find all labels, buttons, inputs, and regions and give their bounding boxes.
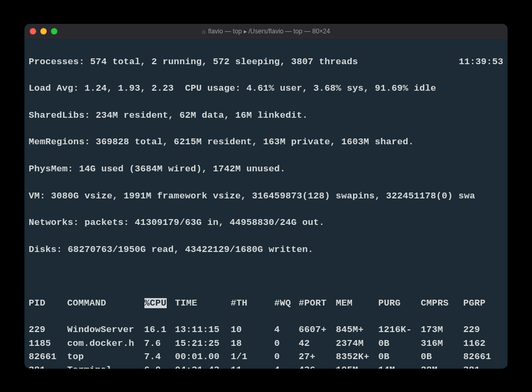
close-button[interactable] xyxy=(30,28,36,34)
cell-port: 27+ xyxy=(299,350,336,363)
cell-cpu: 7.6 xyxy=(144,337,175,350)
col-cpu: %CPU xyxy=(144,297,175,310)
cell-pgrp: 82661 xyxy=(464,350,504,363)
cell-pid: 1185 xyxy=(29,337,67,350)
zoom-button[interactable] xyxy=(51,28,57,34)
cell-wq: 0 xyxy=(274,337,299,350)
cell-cmd: top xyxy=(67,350,144,363)
cell-th: 1/1 xyxy=(231,350,274,363)
summary-processes: Processes: 574 total, 2 running, 572 sle… xyxy=(29,55,358,68)
cell-purg: 1216K- xyxy=(379,323,421,336)
col-th: #TH xyxy=(231,297,274,310)
col-time: TIME xyxy=(175,297,231,310)
cell-pid: 82661 xyxy=(29,350,67,363)
summary-load: Load Avg: 1.24, 1.93, 2.23 CPU usage: 4.… xyxy=(29,82,503,95)
cell-th: 11 xyxy=(231,363,274,368)
col-mem: MEM xyxy=(336,297,379,310)
blank-line xyxy=(29,269,503,283)
cell-time: 00:01.00 xyxy=(175,350,231,363)
col-pgrp: PGRP xyxy=(464,297,504,310)
col-command: COMMAND xyxy=(67,297,144,310)
col-wq: #WQ xyxy=(274,297,299,310)
terminal-window: ⌂ flavio — top ▸ /Users/flavio — top — 8… xyxy=(24,24,508,369)
col-purg: PURG xyxy=(379,297,421,310)
cell-cmprs: 28M- xyxy=(421,363,464,368)
cell-wq: 0 xyxy=(274,350,299,363)
home-icon: ⌂ xyxy=(202,28,205,34)
cell-cpu: 7.4 xyxy=(144,350,175,363)
cell-cmd: WindowServer xyxy=(67,323,144,336)
cell-port: 436 xyxy=(299,363,336,368)
window-title-text: flavio — top ▸ /Users/flavio — top — 80×… xyxy=(208,28,330,35)
cell-purg: 0B xyxy=(379,337,421,350)
summary-physmem: PhysMem: 14G used (3684M wired), 1742M u… xyxy=(29,162,503,176)
cell-mem: 845M+ xyxy=(336,323,379,336)
summary-disks: Disks: 68270763/1950G read, 43422129/168… xyxy=(29,243,503,256)
summary-vm: VM: 3080G vsize, 1991M framework vsize, … xyxy=(29,189,503,203)
traffic-lights xyxy=(30,28,57,34)
minimize-button[interactable] xyxy=(40,28,47,34)
titlebar: ⌂ flavio — top ▸ /Users/flavio — top — 8… xyxy=(24,24,508,39)
cell-port: 42 xyxy=(299,337,336,350)
table-row: 82661top7.400:01.001/1027+8352K+0B0B8266… xyxy=(29,350,503,363)
cell-mem: 105M xyxy=(336,363,379,368)
cell-th: 18 xyxy=(231,337,274,350)
cell-port: 6607+ xyxy=(299,323,336,336)
summary-sharedlibs: SharedLibs: 234M resident, 62M data, 16M… xyxy=(29,109,503,122)
sort-indicator: %CPU xyxy=(144,298,167,308)
window-title: ⌂ flavio — top ▸ /Users/flavio — top — 8… xyxy=(24,28,508,35)
clock: 11:39:53 xyxy=(459,55,503,68)
cell-pgrp: 381 xyxy=(464,363,504,368)
process-list: 229WindowServer16.113:11:151046607+845M+… xyxy=(29,323,503,368)
cell-cmprs: 173M xyxy=(421,323,464,336)
cell-purg: 14M xyxy=(379,363,421,368)
col-port: #PORT xyxy=(299,297,336,310)
table-header: PIDCOMMAND%CPUTIME#TH#WQ#PORTMEMPURGCMPR… xyxy=(29,297,503,310)
cell-pgrp: 229 xyxy=(464,323,504,336)
summary-memregions: MemRegions: 369828 total, 6215M resident… xyxy=(29,135,503,149)
terminal-output[interactable]: Processes: 574 total, 2 running, 572 sle… xyxy=(24,39,508,369)
cell-pid: 229 xyxy=(29,323,67,336)
cell-cpu: 6.0 xyxy=(144,363,175,368)
cell-cpu: 16.1 xyxy=(144,323,175,336)
cell-time: 13:11:15 xyxy=(175,323,231,336)
cell-cmd: Terminal xyxy=(67,363,144,368)
cell-cmprs: 0B xyxy=(421,350,464,363)
cell-pgrp: 1162 xyxy=(464,337,504,350)
cell-purg: 0B xyxy=(379,350,421,363)
summary-networks: Networks: packets: 41309179/63G in, 4495… xyxy=(29,216,503,229)
table-row: 381Terminal6.004:31.43114436105M14M28M-3… xyxy=(29,363,503,368)
cell-th: 10 xyxy=(231,323,274,336)
table-row: 1185com.docker.h7.615:21:25180422374M0B3… xyxy=(29,337,503,350)
cell-cmprs: 316M xyxy=(421,337,464,350)
cell-mem: 8352K+ xyxy=(336,350,379,363)
cell-time: 15:21:25 xyxy=(175,337,231,350)
cell-wq: 4 xyxy=(274,323,299,336)
cell-time: 04:31.43 xyxy=(175,363,231,368)
cell-wq: 4 xyxy=(274,363,299,368)
table-row: 229WindowServer16.113:11:151046607+845M+… xyxy=(29,323,503,336)
col-cmprs: CMPRS xyxy=(421,297,464,310)
cell-mem: 2374M xyxy=(336,337,379,350)
cell-cmd: com.docker.h xyxy=(67,337,144,350)
col-pid: PID xyxy=(29,297,67,310)
cell-pid: 381 xyxy=(29,363,67,368)
